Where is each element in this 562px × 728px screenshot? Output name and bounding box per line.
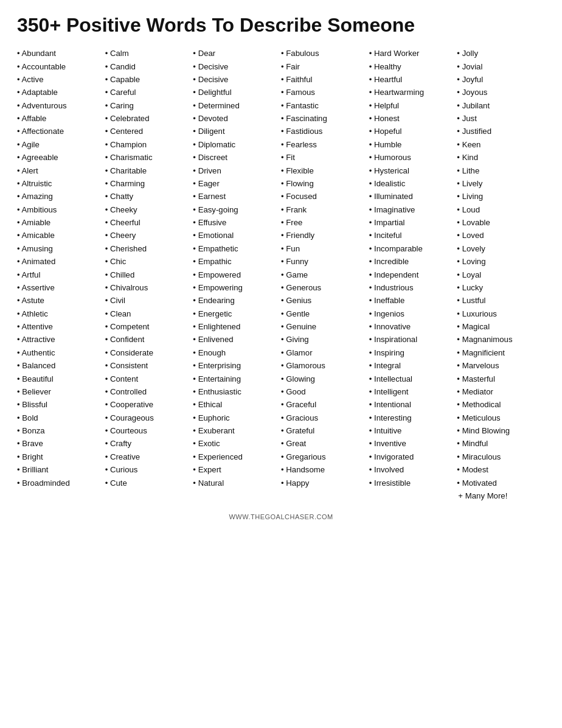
word-item: Magical bbox=[457, 320, 543, 333]
word-item: Confident bbox=[105, 333, 191, 346]
word-item: Cooperative bbox=[105, 398, 191, 411]
word-item: Gracious bbox=[281, 411, 367, 424]
word-item: Jubilant bbox=[457, 99, 543, 112]
word-item: Energetic bbox=[193, 307, 279, 320]
word-item: Adaptable bbox=[17, 86, 103, 99]
word-item: Humble bbox=[369, 138, 455, 151]
word-item: Lithe bbox=[457, 164, 543, 177]
column-6: JollyJovialJoyfulJoyousJubilantJustJusti… bbox=[457, 47, 545, 502]
word-columns: AbundantAccountableActiveAdaptableAdvent… bbox=[17, 47, 545, 502]
word-item: Devoted bbox=[193, 112, 279, 125]
word-item: Amazing bbox=[17, 190, 103, 203]
word-item: Empowering bbox=[193, 281, 279, 294]
word-item: Enlightened bbox=[193, 320, 279, 333]
word-item: Innovative bbox=[369, 320, 455, 333]
word-item: Charitable bbox=[105, 164, 191, 177]
word-item: Living bbox=[457, 190, 543, 203]
word-item: Earnest bbox=[193, 190, 279, 203]
word-item: Idealistic bbox=[369, 177, 455, 190]
word-item: Empathetic bbox=[193, 242, 279, 255]
word-item: Miraculous bbox=[457, 450, 543, 463]
word-item: Interesting bbox=[369, 411, 455, 424]
word-item: Amiable bbox=[17, 216, 103, 229]
word-item: Fascinating bbox=[281, 112, 367, 125]
word-item: Focused bbox=[281, 190, 367, 203]
word-item: Incredible bbox=[369, 255, 455, 268]
word-item: Fair bbox=[281, 60, 367, 73]
word-item: Frank bbox=[281, 203, 367, 216]
word-item: Chilled bbox=[105, 268, 191, 281]
word-item: Joyful bbox=[457, 73, 543, 86]
word-item: Amusing bbox=[17, 242, 103, 255]
word-item: Keen bbox=[457, 138, 543, 151]
word-item: Delightful bbox=[193, 86, 279, 99]
word-item: Champion bbox=[105, 138, 191, 151]
word-item: Loved bbox=[457, 229, 543, 242]
word-item: Chic bbox=[105, 255, 191, 268]
word-item: Courageous bbox=[105, 411, 191, 424]
word-item: Experienced bbox=[193, 450, 279, 463]
word-item: Balanced bbox=[17, 359, 103, 372]
word-item: Astute bbox=[17, 294, 103, 307]
word-item: Incomparable bbox=[369, 242, 455, 255]
word-item: Magnanimous bbox=[457, 333, 543, 346]
word-item: Friendly bbox=[281, 229, 367, 242]
word-item: Expert bbox=[193, 463, 279, 476]
word-item: Caring bbox=[105, 99, 191, 112]
word-item: Active bbox=[17, 73, 103, 86]
footer-text: WWW.THEGOALCHASER.COM bbox=[17, 513, 545, 520]
word-item: Fit bbox=[281, 151, 367, 164]
word-item: Intentional bbox=[369, 398, 455, 411]
word-item: Centered bbox=[105, 125, 191, 138]
word-item: Content bbox=[105, 373, 191, 385]
column-4: FabulousFairFaithfulFamousFantasticFasci… bbox=[281, 47, 369, 489]
word-item: Civil bbox=[105, 294, 191, 307]
word-item: Mind Blowing bbox=[457, 424, 543, 437]
word-item: Loud bbox=[457, 203, 543, 216]
word-item: Mindful bbox=[457, 437, 543, 450]
word-item: Involved bbox=[369, 463, 455, 476]
word-item: Creative bbox=[105, 450, 191, 463]
word-item: Euphoric bbox=[193, 411, 279, 424]
word-item: Inciteful bbox=[369, 229, 455, 242]
word-item: Inspiring bbox=[369, 346, 455, 359]
word-item: Loving bbox=[457, 255, 543, 268]
word-item: Courteous bbox=[105, 424, 191, 437]
word-item: Cherished bbox=[105, 242, 191, 255]
word-item: Chatty bbox=[105, 190, 191, 203]
word-item: Luxurious bbox=[457, 307, 543, 320]
word-item: Decisive bbox=[193, 73, 279, 86]
word-item: Enlivened bbox=[193, 333, 279, 346]
word-item: Illuminated bbox=[369, 190, 455, 203]
word-item: Independent bbox=[369, 268, 455, 281]
word-item: Adventurous bbox=[17, 99, 103, 112]
word-item: Broadminded bbox=[17, 477, 103, 489]
word-item: Mediator bbox=[457, 385, 543, 398]
word-item: Animated bbox=[17, 255, 103, 268]
word-item: Lovable bbox=[457, 216, 543, 229]
word-item: Emotional bbox=[193, 229, 279, 242]
word-item: Lucky bbox=[457, 281, 543, 294]
word-item: Jolly bbox=[457, 47, 543, 60]
word-item: Empathic bbox=[193, 255, 279, 268]
word-item: Invigorated bbox=[369, 450, 455, 463]
word-item: Attractive bbox=[17, 333, 103, 346]
word-item: Considerate bbox=[105, 346, 191, 359]
word-item: Just bbox=[457, 112, 543, 125]
column-3: DearDecisiveDecisiveDelightfulDetermined… bbox=[193, 47, 281, 489]
word-item: Honest bbox=[369, 112, 455, 125]
word-item: Game bbox=[281, 268, 367, 281]
word-item: Famous bbox=[281, 86, 367, 99]
word-item: Fun bbox=[281, 242, 367, 255]
word-item: Affable bbox=[17, 112, 103, 125]
word-item: Careful bbox=[105, 86, 191, 99]
column-2: CalmCandidCapableCarefulCaringCelebrated… bbox=[105, 47, 193, 489]
page-title: 350+ Positive Words To Describe Someone bbox=[17, 15, 545, 36]
word-item: Cute bbox=[105, 477, 191, 489]
word-item: Fastidious bbox=[281, 125, 367, 138]
word-item: Healthy bbox=[369, 60, 455, 73]
word-item: Competent bbox=[105, 320, 191, 333]
word-item: Glamor bbox=[281, 346, 367, 359]
word-item: Intuitive bbox=[369, 424, 455, 437]
word-item: Helpful bbox=[369, 99, 455, 112]
